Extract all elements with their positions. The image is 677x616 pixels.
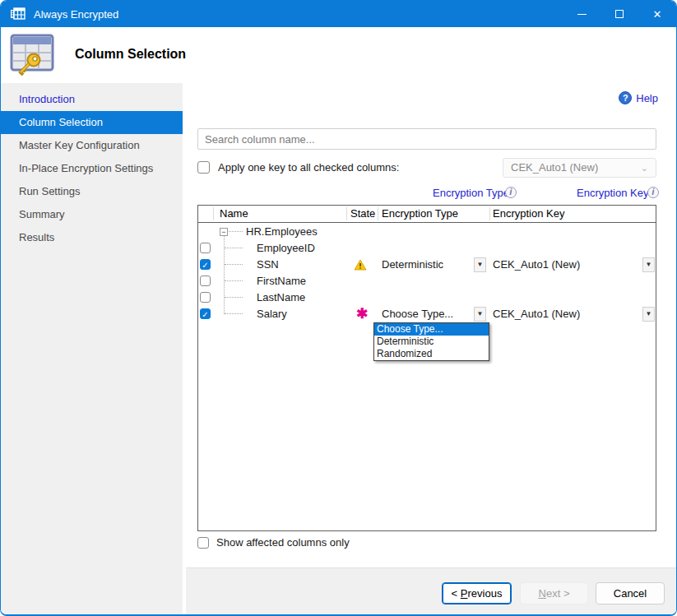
main-panel: ? Help Apply one key to all checked colu… bbox=[186, 83, 676, 614]
warning-icon bbox=[354, 259, 367, 271]
row-checkbox[interactable] bbox=[200, 292, 211, 303]
footer: < Previous Next > Cancel bbox=[186, 567, 676, 614]
row-checkbox[interactable] bbox=[200, 276, 211, 286]
next-label-rest: ext > bbox=[546, 587, 570, 600]
encryption-type-options-popup: Choose Type... Deterministic Randomized bbox=[373, 322, 489, 361]
encryption-key-dropdown-button[interactable]: ▼ bbox=[642, 307, 655, 322]
encryption-type-dropdown-button[interactable]: ▼ bbox=[474, 257, 486, 272]
tree-collapse-icon[interactable]: − bbox=[220, 228, 228, 236]
minimize-icon bbox=[577, 14, 587, 15]
encryption-type-value: Choose Type... bbox=[382, 306, 453, 322]
encryption-key-value: CEK_Auto1 (New) bbox=[493, 257, 580, 273]
row-checkbox[interactable] bbox=[200, 308, 211, 319]
table-header-row: Name State Encryption Type Encryption Ke… bbox=[198, 206, 656, 223]
row-checkbox[interactable] bbox=[200, 243, 211, 253]
help-label: Help bbox=[636, 92, 658, 104]
apply-key-checkbox[interactable] bbox=[197, 161, 210, 174]
column-name: EmployeeID bbox=[257, 240, 315, 257]
encryption-key-info-icon[interactable]: i bbox=[647, 187, 659, 198]
chevron-down-icon: ⌄ bbox=[641, 159, 648, 177]
page-title: Column Selection bbox=[75, 47, 186, 62]
sidebar-item-in-place-encryption-settings[interactable]: In-Place Encryption Settings bbox=[1, 157, 183, 180]
required-icon: ✱ bbox=[356, 306, 368, 322]
encryption-key-dropdown-button[interactable]: ▼ bbox=[642, 257, 655, 272]
table-row: LastName bbox=[198, 289, 656, 306]
encryption-type-value: Deterministic bbox=[382, 257, 443, 273]
table-row: FirstName bbox=[198, 273, 656, 289]
encryption-key-link[interactable]: Encryption Key bbox=[577, 187, 648, 199]
window-title: Always Encrypted bbox=[34, 8, 118, 21]
table-row: Salary ✱ Choose Type... ▼ CEK_Auto1 (New… bbox=[198, 306, 656, 322]
column-name: SSN bbox=[257, 257, 279, 273]
encryption-type-info-icon[interactable]: i bbox=[505, 187, 517, 198]
previous-button[interactable]: < Previous bbox=[442, 582, 512, 604]
table-group-row: − HR.Employees bbox=[198, 224, 656, 240]
cek-combobox[interactable]: CEK_Auto1 (New) ⌄ bbox=[503, 158, 656, 178]
wizard-header: Column Selection bbox=[1, 27, 676, 83]
sidebar: Introduction Column Selection Master Key… bbox=[1, 83, 184, 614]
next-accel: N bbox=[539, 587, 546, 600]
previous-label-rest: revious bbox=[467, 587, 502, 600]
maximize-button[interactable] bbox=[600, 1, 638, 27]
previous-label: < bbox=[452, 587, 461, 600]
column-separator[interactable] bbox=[378, 207, 378, 220]
sidebar-item-run-settings[interactable]: Run Settings bbox=[1, 180, 183, 203]
close-icon: ✕ bbox=[653, 8, 662, 21]
option-choose-type[interactable]: Choose Type... bbox=[374, 323, 489, 336]
option-deterministic[interactable]: Deterministic bbox=[374, 336, 489, 348]
next-button[interactable]: Next > bbox=[520, 582, 588, 604]
sidebar-item-introduction[interactable]: Introduction bbox=[1, 88, 183, 111]
show-affected-checkbox[interactable] bbox=[197, 537, 209, 549]
titlebar: Always Encrypted ✕ bbox=[1, 1, 676, 27]
encryption-type-link[interactable]: Encryption Type bbox=[433, 187, 509, 199]
table-key-icon bbox=[9, 33, 57, 76]
column-separator[interactable] bbox=[213, 207, 214, 220]
group-label: HR.Employees bbox=[246, 224, 318, 240]
encryption-type-dropdown-button[interactable]: ▼ bbox=[474, 307, 486, 322]
sidebar-item-results[interactable]: Results bbox=[1, 226, 183, 249]
row-checkbox[interactable] bbox=[200, 259, 211, 270]
encryption-key-value: CEK_Auto1 (New) bbox=[493, 306, 580, 322]
sidebar-item-summary[interactable]: Summary bbox=[1, 203, 183, 226]
header-name: Name bbox=[220, 206, 248, 222]
app-icon bbox=[11, 7, 26, 21]
column-name: LastName bbox=[257, 289, 305, 306]
header-encryption-key: Encryption Key bbox=[493, 206, 564, 222]
maximize-icon bbox=[615, 10, 624, 18]
cancel-button[interactable]: Cancel bbox=[596, 582, 665, 604]
column-name: FirstName bbox=[257, 273, 306, 289]
close-button[interactable]: ✕ bbox=[638, 1, 676, 27]
help-link[interactable]: ? Help bbox=[619, 91, 658, 104]
minimize-button[interactable] bbox=[563, 1, 600, 27]
column-name: Salary bbox=[257, 306, 287, 322]
show-affected-label: Show affected columns only bbox=[216, 536, 350, 549]
columns-table: Name State Encryption Type Encryption Ke… bbox=[197, 205, 656, 531]
table-row: SSN Deterministic ▼ CEK_Auto1 (New) ▼ bbox=[198, 257, 656, 273]
sidebar-item-column-selection[interactable]: Column Selection bbox=[1, 111, 183, 134]
always-encrypted-wizard-window: Always Encrypted ✕ Column Selection Intr bbox=[0, 0, 677, 616]
search-input[interactable] bbox=[197, 128, 656, 150]
table-row: EmployeeID bbox=[198, 240, 656, 257]
sidebar-item-master-key-configuration[interactable]: Master Key Configuration bbox=[1, 134, 183, 157]
header-encryption-type: Encryption Type bbox=[382, 206, 458, 222]
option-randomized[interactable]: Randomized bbox=[374, 348, 489, 360]
help-icon: ? bbox=[619, 91, 632, 104]
column-separator[interactable] bbox=[489, 207, 490, 220]
header-state: State bbox=[350, 206, 375, 222]
cek-combobox-value: CEK_Auto1 (New) bbox=[511, 161, 598, 174]
apply-key-label: Apply one key to all checked columns: bbox=[218, 161, 399, 174]
column-separator[interactable] bbox=[346, 207, 347, 220]
